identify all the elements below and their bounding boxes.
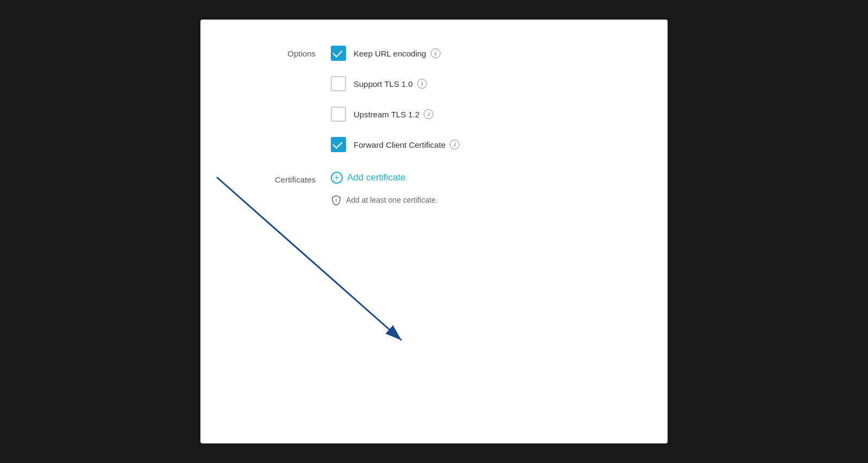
- info-icon-support-tls-1-0[interactable]: i: [417, 79, 427, 89]
- add-certificate-button[interactable]: + Add certificate: [331, 172, 438, 184]
- option-label-forward-client-cert: Forward Client Certificate i: [354, 140, 460, 149]
- certificate-warning-text: Add at least one certificate.: [346, 196, 438, 204]
- info-icon-upstream-tls-1-2[interactable]: i: [424, 109, 433, 119]
- option-label-support-tls-1-0: Support TLS 1.0 i: [354, 79, 427, 89]
- option-forward-client-cert: Forward Client Certificate i: [331, 137, 460, 152]
- certificates-content: + Add certificate ! Add at least one cer…: [331, 172, 438, 205]
- svg-text:!: !: [336, 198, 337, 203]
- checkbox-keep-url-encoding[interactable]: [331, 46, 346, 61]
- option-keep-url-encoding: Keep URL encoding i: [331, 46, 460, 61]
- checkbox-upstream-tls-1-2[interactable]: [331, 107, 346, 122]
- option-support-tls-1-0: Support TLS 1.0 i: [331, 76, 460, 91]
- add-cert-plus-icon: +: [331, 172, 343, 184]
- settings-card: Options Keep URL encoding i Support TLS …: [200, 20, 668, 443]
- option-label-upstream-tls-1-2: Upstream TLS 1.2 i: [354, 109, 433, 119]
- options-section: Options Keep URL encoding i Support TLS …: [233, 46, 635, 152]
- checkbox-support-tls-1-0[interactable]: [331, 76, 346, 91]
- option-upstream-tls-1-2: Upstream TLS 1.2 i: [331, 107, 460, 122]
- options-label: Options: [233, 46, 331, 58]
- certificate-warning: ! Add at least one certificate.: [331, 195, 438, 205]
- info-icon-keep-url-encoding[interactable]: i: [431, 48, 441, 58]
- info-icon-forward-client-cert[interactable]: i: [450, 140, 460, 149]
- options-list: Keep URL encoding i Support TLS 1.0 i Up…: [331, 46, 460, 152]
- checkbox-forward-client-cert[interactable]: [331, 137, 346, 152]
- certificates-label: Certificates: [233, 172, 331, 184]
- certificates-section: Certificates + Add certificate ! Add at …: [233, 172, 635, 205]
- option-label-keep-url-encoding: Keep URL encoding i: [354, 48, 441, 58]
- shield-warning-icon: !: [331, 195, 342, 205]
